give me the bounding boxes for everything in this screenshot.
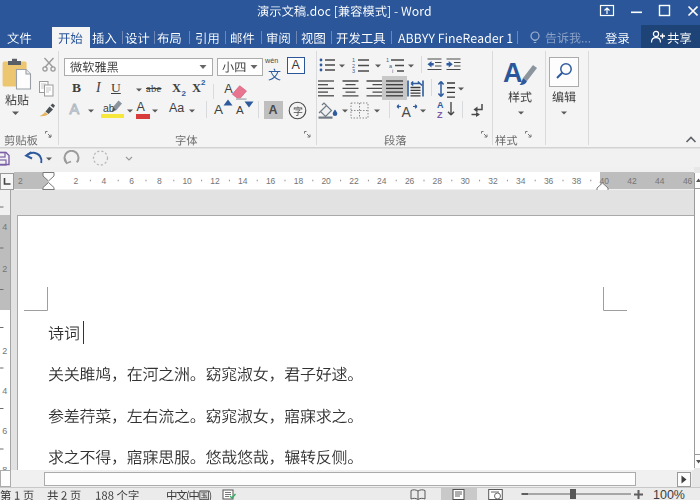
svg-text:3: 3 [352,68,355,73]
svg-text:A: A [503,58,523,88]
svg-text:i: i [392,68,393,73]
svg-text:A: A [402,104,412,119]
svg-text:Z: Z [437,110,443,119]
svg-text:A: A [437,100,444,110]
